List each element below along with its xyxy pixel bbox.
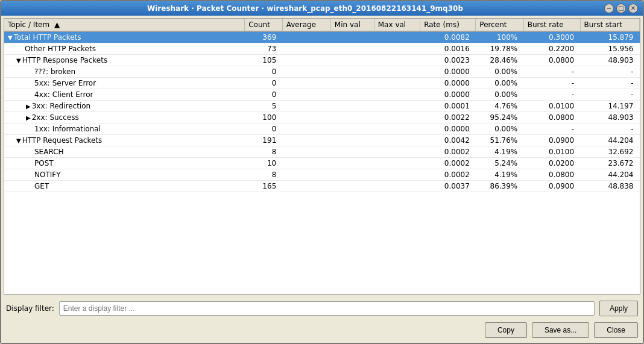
minval-cell — [330, 89, 374, 101]
burst_start-cell: 44.204 — [580, 169, 639, 181]
percent-cell: 86.39% — [476, 181, 523, 192]
average-cell — [282, 146, 330, 158]
burst_start-cell: 48.903 — [580, 112, 639, 124]
average-cell — [282, 101, 330, 112]
table-row[interactable]: ???: broken00.00000.00%-- — [4, 66, 640, 78]
average-cell — [282, 124, 330, 135]
maxval-cell — [374, 112, 420, 124]
rate-cell: 0.0016 — [420, 43, 476, 55]
window-title: Wireshark · Packet Counter · wireshark_p… — [6, 4, 604, 13]
maxval-cell — [374, 31, 420, 43]
minval-cell — [330, 66, 374, 78]
col-header-maxval[interactable]: Max val — [374, 19, 420, 31]
topic-cell: GET — [4, 181, 245, 192]
topic-cell: ▼HTTP Response Packets — [4, 55, 245, 66]
minimize-button[interactable]: − — [604, 4, 614, 13]
maxval-cell — [374, 78, 420, 89]
percent-cell: 100% — [476, 31, 523, 43]
table-row[interactable]: ▶2xx: Success1000.002295.24%0.080048.903 — [4, 112, 640, 124]
rate-cell: 0.0002 — [420, 169, 476, 181]
minval-cell — [330, 158, 374, 169]
count-cell: 191 — [245, 135, 283, 146]
average-cell — [282, 112, 330, 124]
burst_start-cell: 15.956 — [580, 43, 639, 55]
expand-icon[interactable]: ▼ — [16, 137, 21, 144]
table-row[interactable]: NOTIFY80.00024.19%0.080044.204 — [4, 169, 640, 181]
minval-cell — [330, 31, 374, 43]
expand-icon[interactable]: ▶ — [26, 114, 31, 121]
minval-cell — [330, 146, 374, 158]
topic-label: NOTIFY — [34, 170, 61, 179]
average-cell — [282, 66, 330, 78]
packet-counter-table[interactable]: Topic / Item ▲ Count Average Min val Max… — [4, 18, 640, 295]
count-cell: 0 — [245, 78, 283, 89]
count-cell: 10 — [245, 158, 283, 169]
burst_start-cell: 44.204 — [580, 135, 639, 146]
col-header-burst-start[interactable]: Burst start — [580, 19, 639, 31]
average-cell — [282, 78, 330, 89]
burst_start-cell: 48.903 — [580, 55, 639, 66]
maxval-cell — [374, 181, 420, 192]
burst_start-cell: - — [580, 66, 639, 78]
table-row[interactable]: 5xx: Server Error00.00000.00%-- — [4, 78, 640, 89]
topic-label: ???: broken — [34, 67, 75, 76]
col-header-rate[interactable]: Rate (ms) — [420, 19, 476, 31]
count-cell: 8 — [245, 146, 283, 158]
table-row[interactable]: ▼Total HTTP Packets3690.0082100%0.300015… — [4, 31, 640, 43]
save-as-button[interactable]: Save as... — [532, 322, 589, 338]
close-dialog-button[interactable]: Close — [594, 322, 638, 338]
col-header-burst-rate[interactable]: Burst rate — [523, 19, 580, 31]
burst_rate-cell: 0.0800 — [523, 112, 580, 124]
expand-icon[interactable]: ▼ — [8, 34, 13, 41]
window-controls: − □ ✕ — [604, 4, 638, 13]
burst_start-cell: - — [580, 78, 639, 89]
table-row[interactable]: ▼HTTP Response Packets1050.002328.46%0.0… — [4, 55, 640, 66]
copy-button[interactable]: Copy — [485, 322, 527, 338]
maximize-button[interactable]: □ — [616, 4, 626, 13]
col-header-average[interactable]: Average — [282, 19, 330, 31]
table-row[interactable]: POST100.00025.24%0.020023.672 — [4, 158, 640, 169]
col-header-topic[interactable]: Topic / Item ▲ — [4, 19, 245, 31]
topic-cell: NOTIFY — [4, 169, 245, 181]
minval-cell — [330, 55, 374, 66]
table-row[interactable]: Other HTTP Packets730.001619.78%0.220015… — [4, 43, 640, 55]
percent-cell: 0.00% — [476, 89, 523, 101]
burst_start-cell: - — [580, 124, 639, 135]
count-cell: 105 — [245, 55, 283, 66]
table-row[interactable]: ▶3xx: Redirection50.00014.76%0.010014.19… — [4, 101, 640, 112]
filter-bar: Display filter: Apply — [1, 297, 643, 320]
percent-cell: 4.19% — [476, 146, 523, 158]
percent-cell: 95.24% — [476, 112, 523, 124]
expand-icon[interactable]: ▶ — [26, 103, 31, 110]
apply-button[interactable]: Apply — [599, 301, 638, 316]
maxval-cell — [374, 146, 420, 158]
table-row[interactable]: GET1650.003786.39%0.090048.838 — [4, 181, 640, 192]
table-row[interactable]: ▼HTTP Request Packets1910.004251.76%0.09… — [4, 135, 640, 146]
table-row[interactable]: SEARCH80.00024.19%0.010032.692 — [4, 146, 640, 158]
table-row[interactable]: 1xx: Informational00.00000.00%-- — [4, 124, 640, 135]
maxval-cell — [374, 55, 420, 66]
filter-label: Display filter: — [6, 304, 54, 313]
count-cell: 100 — [245, 112, 283, 124]
burst_start-cell: - — [580, 89, 639, 101]
count-cell: 73 — [245, 43, 283, 55]
rate-cell: 0.0002 — [420, 146, 476, 158]
col-header-minval[interactable]: Min val — [330, 19, 374, 31]
topic-cell: POST — [4, 158, 245, 169]
close-button[interactable]: ✕ — [628, 4, 638, 13]
average-cell — [282, 89, 330, 101]
col-header-percent[interactable]: Percent — [476, 19, 523, 31]
rate-cell: 0.0000 — [420, 124, 476, 135]
display-filter-input[interactable] — [59, 301, 595, 316]
table-row[interactable]: 4xx: Client Error00.00000.00%-- — [4, 89, 640, 101]
topic-label: 2xx: Success — [32, 113, 79, 122]
burst_rate-cell: 0.0100 — [523, 146, 580, 158]
topic-label: 5xx: Server Error — [34, 79, 96, 87]
col-header-count[interactable]: Count — [245, 19, 283, 31]
maxval-cell — [374, 43, 420, 55]
expand-icon[interactable]: ▼ — [16, 57, 21, 64]
average-cell — [282, 169, 330, 181]
average-cell — [282, 158, 330, 169]
rate-cell: 0.0082 — [420, 31, 476, 43]
topic-label: GET — [34, 182, 49, 190]
